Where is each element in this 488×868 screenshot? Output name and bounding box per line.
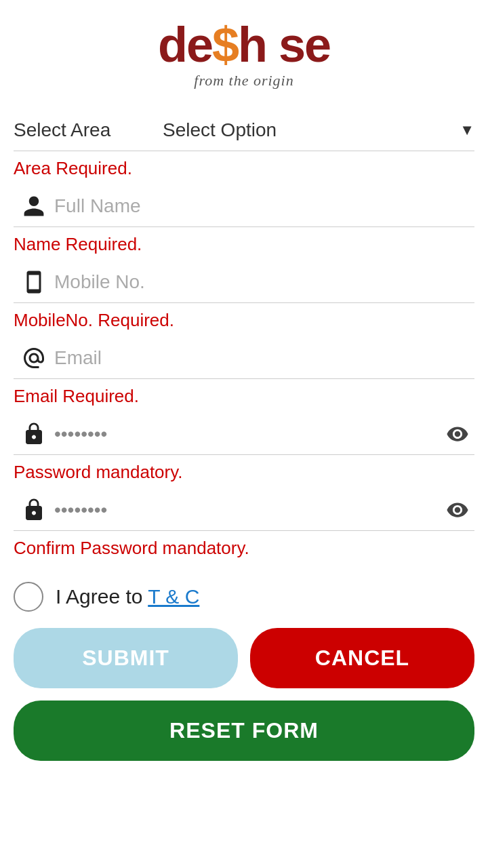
password-row: [14, 411, 474, 455]
confirm-password-row: [14, 487, 474, 531]
logo-dollar: $: [212, 18, 238, 72]
cancel-button[interactable]: CANCEL: [250, 628, 474, 688]
at-icon: [14, 346, 54, 370]
mobile-row: [14, 259, 474, 303]
logo-container: de$h se from the origin: [158, 20, 330, 90]
confirm-password-input[interactable]: [54, 496, 441, 524]
form-container: Select Area Select Option ▼ Area Require…: [14, 110, 474, 781]
email-error: Email Required.: [14, 379, 474, 411]
full-name-row: [14, 183, 474, 227]
lock-icon: [14, 422, 54, 446]
submit-cancel-row: SUBMIT CANCEL: [14, 628, 474, 688]
select-option-dropdown[interactable]: Select Option ▼: [163, 119, 474, 141]
tandc-link[interactable]: T & C: [148, 585, 199, 608]
phone-icon: [14, 270, 54, 294]
logo: de$h se: [158, 20, 330, 69]
password-eye-icon[interactable]: [441, 422, 474, 446]
mobile-error: MobileNo. Required.: [14, 303, 474, 335]
confirm-password-error: Confirm Password mandatory.: [14, 531, 474, 563]
email-row: [14, 335, 474, 379]
select-area-label: Select Area: [14, 119, 163, 141]
tandc-row: I Agree to T & C: [14, 563, 474, 628]
select-area-row: Select Area Select Option ▼: [14, 110, 474, 151]
submit-button[interactable]: SUBMIT: [14, 628, 238, 688]
logo-h: h se: [238, 18, 330, 72]
reset-button[interactable]: RESET FORM: [14, 701, 474, 761]
tandc-checkbox[interactable]: [14, 582, 43, 612]
password-error: Password mandatory.: [14, 455, 474, 487]
full-name-input[interactable]: [54, 193, 474, 220]
tandc-agree-text: I Agree to: [56, 585, 148, 608]
area-error: Area Required.: [14, 151, 474, 183]
confirm-password-eye-icon[interactable]: [441, 498, 474, 521]
lock2-icon: [14, 498, 54, 522]
select-option-text: Select Option: [163, 119, 277, 141]
logo-de: de: [158, 18, 212, 72]
logo-tagline: from the origin: [194, 72, 293, 90]
password-input[interactable]: [54, 420, 441, 448]
dropdown-arrow-icon: ▼: [460, 121, 474, 139]
tandc-text: I Agree to T & C: [56, 585, 199, 608]
mobile-input[interactable]: [54, 269, 474, 296]
name-error: Name Required.: [14, 227, 474, 259]
person-icon: [14, 194, 54, 218]
email-input[interactable]: [54, 344, 474, 372]
